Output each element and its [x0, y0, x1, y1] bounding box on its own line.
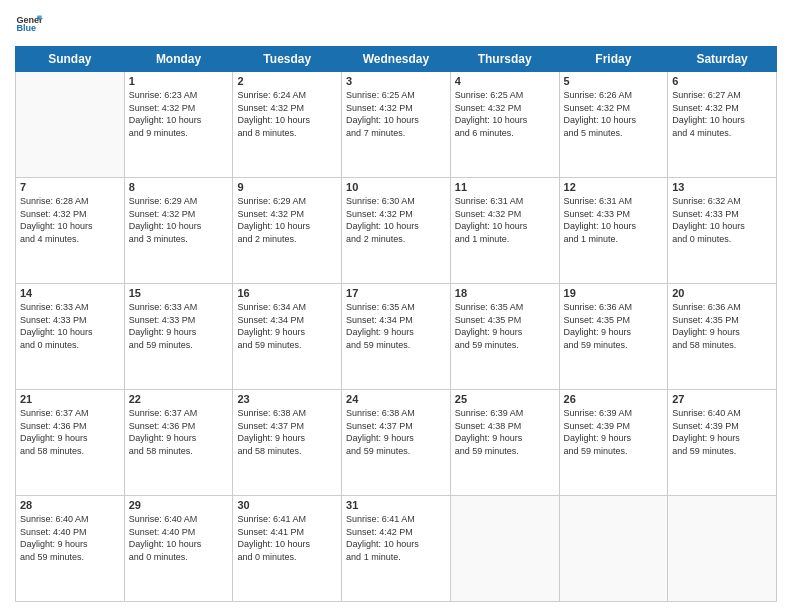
calendar-cell: 30Sunrise: 6:41 AMSunset: 4:41 PMDayligh… [233, 496, 342, 602]
day-info: Sunrise: 6:27 AMSunset: 4:32 PMDaylight:… [672, 89, 772, 139]
col-header-friday: Friday [559, 47, 668, 72]
day-info: Sunrise: 6:38 AMSunset: 4:37 PMDaylight:… [346, 407, 446, 457]
calendar-cell: 1Sunrise: 6:23 AMSunset: 4:32 PMDaylight… [124, 72, 233, 178]
calendar-cell: 7Sunrise: 6:28 AMSunset: 4:32 PMDaylight… [16, 178, 125, 284]
day-number: 28 [20, 499, 120, 511]
calendar-cell: 26Sunrise: 6:39 AMSunset: 4:39 PMDayligh… [559, 390, 668, 496]
calendar-cell: 16Sunrise: 6:34 AMSunset: 4:34 PMDayligh… [233, 284, 342, 390]
day-info: Sunrise: 6:37 AMSunset: 4:36 PMDaylight:… [129, 407, 229, 457]
calendar-cell: 29Sunrise: 6:40 AMSunset: 4:40 PMDayligh… [124, 496, 233, 602]
day-number: 9 [237, 181, 337, 193]
day-number: 6 [672, 75, 772, 87]
calendar-cell [668, 496, 777, 602]
week-row: 21Sunrise: 6:37 AMSunset: 4:36 PMDayligh… [16, 390, 777, 496]
calendar-cell: 18Sunrise: 6:35 AMSunset: 4:35 PMDayligh… [450, 284, 559, 390]
day-number: 5 [564, 75, 664, 87]
calendar-cell: 23Sunrise: 6:38 AMSunset: 4:37 PMDayligh… [233, 390, 342, 496]
calendar-cell: 24Sunrise: 6:38 AMSunset: 4:37 PMDayligh… [342, 390, 451, 496]
col-header-wednesday: Wednesday [342, 47, 451, 72]
day-info: Sunrise: 6:31 AMSunset: 4:33 PMDaylight:… [564, 195, 664, 245]
col-header-thursday: Thursday [450, 47, 559, 72]
day-number: 11 [455, 181, 555, 193]
calendar-cell: 8Sunrise: 6:29 AMSunset: 4:32 PMDaylight… [124, 178, 233, 284]
day-number: 7 [20, 181, 120, 193]
col-header-tuesday: Tuesday [233, 47, 342, 72]
day-number: 19 [564, 287, 664, 299]
day-number: 18 [455, 287, 555, 299]
calendar-cell: 11Sunrise: 6:31 AMSunset: 4:32 PMDayligh… [450, 178, 559, 284]
day-info: Sunrise: 6:35 AMSunset: 4:35 PMDaylight:… [455, 301, 555, 351]
day-info: Sunrise: 6:40 AMSunset: 4:39 PMDaylight:… [672, 407, 772, 457]
day-number: 13 [672, 181, 772, 193]
col-header-monday: Monday [124, 47, 233, 72]
day-number: 26 [564, 393, 664, 405]
calendar-cell [559, 496, 668, 602]
col-header-sunday: Sunday [16, 47, 125, 72]
day-number: 30 [237, 499, 337, 511]
calendar-cell: 6Sunrise: 6:27 AMSunset: 4:32 PMDaylight… [668, 72, 777, 178]
logo-icon: General Blue [15, 10, 43, 38]
svg-text:Blue: Blue [16, 23, 36, 33]
day-info: Sunrise: 6:39 AMSunset: 4:39 PMDaylight:… [564, 407, 664, 457]
week-row: 1Sunrise: 6:23 AMSunset: 4:32 PMDaylight… [16, 72, 777, 178]
calendar-cell: 27Sunrise: 6:40 AMSunset: 4:39 PMDayligh… [668, 390, 777, 496]
day-number: 21 [20, 393, 120, 405]
day-info: Sunrise: 6:35 AMSunset: 4:34 PMDaylight:… [346, 301, 446, 351]
day-number: 22 [129, 393, 229, 405]
day-number: 4 [455, 75, 555, 87]
day-info: Sunrise: 6:34 AMSunset: 4:34 PMDaylight:… [237, 301, 337, 351]
calendar-cell: 5Sunrise: 6:26 AMSunset: 4:32 PMDaylight… [559, 72, 668, 178]
col-header-saturday: Saturday [668, 47, 777, 72]
day-number: 31 [346, 499, 446, 511]
logo: General Blue [15, 10, 43, 38]
calendar-cell: 25Sunrise: 6:39 AMSunset: 4:38 PMDayligh… [450, 390, 559, 496]
day-number: 3 [346, 75, 446, 87]
calendar-cell: 10Sunrise: 6:30 AMSunset: 4:32 PMDayligh… [342, 178, 451, 284]
day-number: 1 [129, 75, 229, 87]
day-info: Sunrise: 6:25 AMSunset: 4:32 PMDaylight:… [346, 89, 446, 139]
calendar-cell: 3Sunrise: 6:25 AMSunset: 4:32 PMDaylight… [342, 72, 451, 178]
day-number: 15 [129, 287, 229, 299]
calendar-cell: 21Sunrise: 6:37 AMSunset: 4:36 PMDayligh… [16, 390, 125, 496]
calendar-cell: 12Sunrise: 6:31 AMSunset: 4:33 PMDayligh… [559, 178, 668, 284]
week-row: 7Sunrise: 6:28 AMSunset: 4:32 PMDaylight… [16, 178, 777, 284]
day-info: Sunrise: 6:39 AMSunset: 4:38 PMDaylight:… [455, 407, 555, 457]
header: General Blue [15, 10, 777, 38]
calendar-cell: 14Sunrise: 6:33 AMSunset: 4:33 PMDayligh… [16, 284, 125, 390]
day-number: 14 [20, 287, 120, 299]
day-number: 17 [346, 287, 446, 299]
day-info: Sunrise: 6:38 AMSunset: 4:37 PMDaylight:… [237, 407, 337, 457]
calendar-cell: 20Sunrise: 6:36 AMSunset: 4:35 PMDayligh… [668, 284, 777, 390]
day-number: 20 [672, 287, 772, 299]
day-info: Sunrise: 6:24 AMSunset: 4:32 PMDaylight:… [237, 89, 337, 139]
day-info: Sunrise: 6:29 AMSunset: 4:32 PMDaylight:… [237, 195, 337, 245]
day-info: Sunrise: 6:36 AMSunset: 4:35 PMDaylight:… [672, 301, 772, 351]
calendar-cell: 17Sunrise: 6:35 AMSunset: 4:34 PMDayligh… [342, 284, 451, 390]
day-number: 16 [237, 287, 337, 299]
day-info: Sunrise: 6:37 AMSunset: 4:36 PMDaylight:… [20, 407, 120, 457]
day-number: 23 [237, 393, 337, 405]
day-info: Sunrise: 6:31 AMSunset: 4:32 PMDaylight:… [455, 195, 555, 245]
day-info: Sunrise: 6:33 AMSunset: 4:33 PMDaylight:… [20, 301, 120, 351]
calendar-cell: 4Sunrise: 6:25 AMSunset: 4:32 PMDaylight… [450, 72, 559, 178]
page: General Blue SundayMondayTuesdayWednesda… [0, 0, 792, 612]
day-info: Sunrise: 6:40 AMSunset: 4:40 PMDaylight:… [20, 513, 120, 563]
calendar-cell: 28Sunrise: 6:40 AMSunset: 4:40 PMDayligh… [16, 496, 125, 602]
day-info: Sunrise: 6:23 AMSunset: 4:32 PMDaylight:… [129, 89, 229, 139]
day-info: Sunrise: 6:26 AMSunset: 4:32 PMDaylight:… [564, 89, 664, 139]
day-number: 12 [564, 181, 664, 193]
week-row: 14Sunrise: 6:33 AMSunset: 4:33 PMDayligh… [16, 284, 777, 390]
day-number: 27 [672, 393, 772, 405]
day-info: Sunrise: 6:28 AMSunset: 4:32 PMDaylight:… [20, 195, 120, 245]
calendar-cell: 31Sunrise: 6:41 AMSunset: 4:42 PMDayligh… [342, 496, 451, 602]
day-number: 8 [129, 181, 229, 193]
day-number: 25 [455, 393, 555, 405]
day-number: 10 [346, 181, 446, 193]
day-info: Sunrise: 6:30 AMSunset: 4:32 PMDaylight:… [346, 195, 446, 245]
day-number: 24 [346, 393, 446, 405]
day-number: 2 [237, 75, 337, 87]
day-info: Sunrise: 6:41 AMSunset: 4:42 PMDaylight:… [346, 513, 446, 563]
calendar-cell [16, 72, 125, 178]
week-row: 28Sunrise: 6:40 AMSunset: 4:40 PMDayligh… [16, 496, 777, 602]
calendar-cell: 19Sunrise: 6:36 AMSunset: 4:35 PMDayligh… [559, 284, 668, 390]
